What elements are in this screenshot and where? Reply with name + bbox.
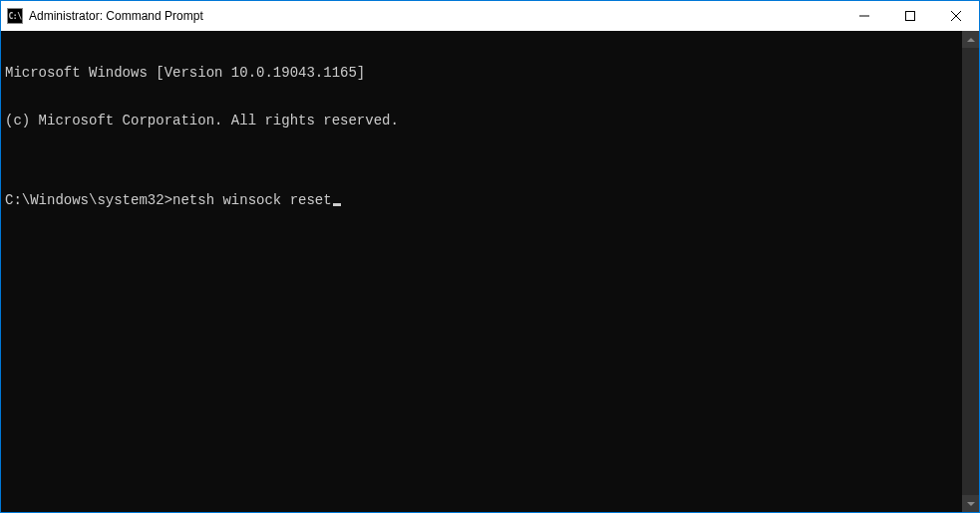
minimize-button[interactable] — [841, 1, 887, 31]
terminal-prompt-line: C:\Windows\system32>netsh winsock reset — [5, 192, 958, 208]
scrollbar-track[interactable] — [962, 48, 979, 495]
svg-marker-5 — [967, 502, 975, 506]
close-icon — [951, 11, 961, 21]
terminal-output[interactable]: Microsoft Windows [Version 10.0.19043.11… — [1, 31, 962, 512]
chevron-up-icon — [967, 38, 975, 42]
prompt-text: C:\Windows\system32> — [5, 192, 172, 208]
minimize-icon — [859, 11, 869, 21]
cmd-icon: C:\ — [7, 8, 23, 24]
chevron-down-icon — [967, 502, 975, 506]
vertical-scrollbar[interactable] — [962, 31, 979, 512]
cursor — [333, 203, 341, 206]
svg-rect-1 — [906, 12, 915, 21]
window-title: Administrator: Command Prompt — [29, 9, 841, 23]
scroll-down-button[interactable] — [962, 495, 979, 512]
titlebar[interactable]: C:\ Administrator: Command Prompt — [1, 1, 979, 31]
svg-marker-4 — [967, 38, 975, 42]
maximize-button[interactable] — [887, 1, 933, 31]
maximize-icon — [905, 11, 915, 21]
terminal-line: (c) Microsoft Corporation. All rights re… — [5, 113, 958, 128]
command-text: netsh winsock reset — [172, 192, 332, 208]
client-area: Microsoft Windows [Version 10.0.19043.11… — [1, 31, 979, 512]
close-button[interactable] — [933, 1, 979, 31]
terminal-line: Microsoft Windows [Version 10.0.19043.11… — [5, 65, 958, 81]
scroll-up-button[interactable] — [962, 31, 979, 48]
window-controls — [841, 1, 979, 31]
window-frame: C:\ Administrator: Command Prompt Micros… — [0, 0, 980, 513]
